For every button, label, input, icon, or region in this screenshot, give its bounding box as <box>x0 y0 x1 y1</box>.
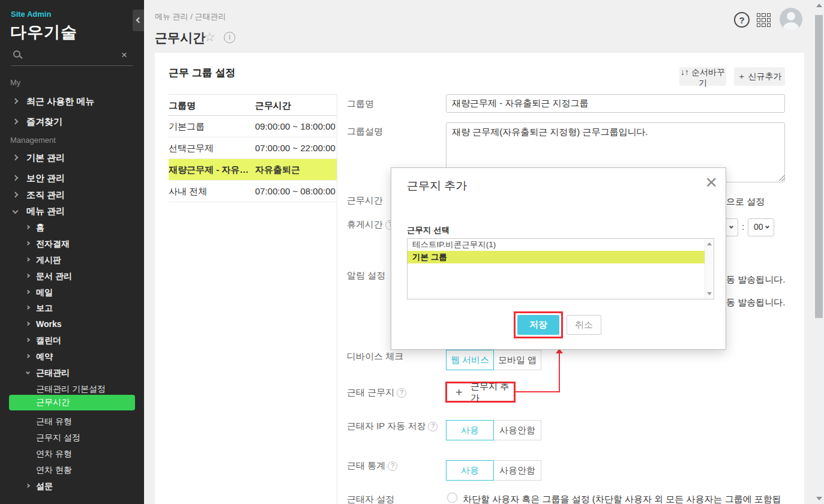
listbox-scrollbar[interactable] <box>705 239 713 298</box>
add-workplace-button[interactable]: ＋ 근무지 추가 <box>445 382 516 403</box>
sidebar-item-attendance-mgmt[interactable]: 근태관리 <box>0 366 144 382</box>
info-icon[interactable]: i <box>224 32 235 43</box>
sidebar-item-home[interactable]: 홈 <box>0 221 144 236</box>
ip-autosave-label: 근태자 IP 자동 저장? <box>347 421 438 432</box>
scrollbar-thumb[interactable] <box>815 15 823 318</box>
stats-on-button[interactable]: 사용 <box>446 460 494 481</box>
help-icon[interactable]: ? <box>734 12 750 28</box>
chevron-down-icon <box>13 208 19 214</box>
divider <box>337 94 337 504</box>
sidebar-item-org-mgmt[interactable]: 조직 관리 <box>0 188 144 204</box>
sidebar-item-security-mgmt[interactable]: 보안 관리 <box>0 172 144 187</box>
sidebar-item-basic-mgmt[interactable]: 기본 관리 <box>0 151 144 167</box>
sidebar-item-survey[interactable]: 설문 <box>0 479 144 495</box>
stats-off-button[interactable]: 사용안함 <box>493 460 541 481</box>
sidebar-item-recent-menu[interactable]: 최근 사용한 메뉴 <box>0 95 144 110</box>
avatar[interactable] <box>780 8 802 31</box>
sidebar-item-docs[interactable]: 문서 관리 <box>0 269 144 285</box>
workplace-option-selected[interactable]: 기본 그룹 <box>407 251 705 263</box>
add-new-button[interactable]: ＋ 신규추가 <box>734 67 785 86</box>
sidebar-item-works[interactable]: Works <box>0 317 144 333</box>
sidebar-item-board[interactable]: 게시판 <box>0 253 144 269</box>
sidebar-search: × <box>11 47 133 66</box>
chevron-right-icon <box>26 225 30 229</box>
chevron-right-icon <box>13 175 19 181</box>
chevron-right-icon <box>13 192 19 198</box>
chevron-right-icon <box>26 241 30 245</box>
chevron-right-icon <box>26 290 30 294</box>
sidebar-section-my: My <box>10 78 20 87</box>
sidebar-item-report[interactable]: 보고 <box>0 301 144 317</box>
workplace-option[interactable]: 테스트IP.비콘근무지(1) <box>407 239 705 251</box>
chevron-down-icon <box>26 370 30 374</box>
sidebar-collapse-button[interactable] <box>133 10 144 31</box>
reorder-button[interactable]: ↓↑ 순서바꾸기 <box>679 67 726 86</box>
work-group-table: 그룹명 근무시간 기본그룹 09:00:00 ~ 18:00:00 선택근무제 … <box>169 94 337 202</box>
attendee-radio[interactable] <box>447 493 457 503</box>
chevron-right-icon <box>26 338 30 342</box>
search-clear-icon[interactable]: × <box>121 49 127 61</box>
sidebar-section-management: Management <box>10 136 56 145</box>
panel-title: 근무 그룹 설정 <box>169 66 235 80</box>
col-header-group-name: 그룹명 <box>169 95 255 115</box>
question-icon[interactable]: ? <box>428 422 438 431</box>
annotation-arrow-line <box>559 353 560 392</box>
save-button[interactable]: 저장 <box>517 315 559 335</box>
attendee-option-text: 차단할 사용자 혹은 그룹을 설정 (차단할 사용자 외 모든 사용자는 그룹에… <box>463 494 787 504</box>
plus-icon: ＋ <box>453 384 465 400</box>
question-icon[interactable]: ? <box>397 388 406 398</box>
chevron-right-icon <box>26 274 30 278</box>
page-scrollbar[interactable] <box>814 0 824 504</box>
close-icon[interactable]: × <box>705 172 717 192</box>
device-web-button[interactable]: 웹 서비스 <box>446 350 494 370</box>
time-colon: : <box>742 221 744 232</box>
cancel-button[interactable]: 취소 <box>567 315 601 335</box>
table-row[interactable]: 선택근무제 07:00:00 ~ 22:00:00 <box>169 137 337 159</box>
group-name-input[interactable] <box>446 94 785 113</box>
sidebar-item-approval[interactable]: 전자결재 <box>0 237 144 253</box>
table-row-selected[interactable]: 재량근무제 - 자유… 자유출퇴근 <box>169 159 337 181</box>
table-row[interactable]: 기본그룹 09:00:00 ~ 18:00:00 <box>169 116 337 137</box>
sidebar-item-leave-status[interactable]: 연차 현황 <box>0 463 144 479</box>
sidebar-item-favorites[interactable]: 즐겨찾기 <box>0 115 144 131</box>
device-mobile-button[interactable]: 모바일 앱 <box>493 350 541 370</box>
ip-off-button[interactable]: 사용안함 <box>493 420 541 440</box>
sidebar-item-menu-mgmt[interactable]: 메뉴 관리 <box>0 205 144 220</box>
search-icon <box>13 50 20 58</box>
chevron-right-icon <box>26 322 30 326</box>
group-desc-label: 그룹설명 <box>347 126 383 137</box>
work-time-label: 근무시간 <box>347 195 383 206</box>
ip-on-button[interactable]: 사용 <box>446 420 494 440</box>
scroll-up-icon[interactable] <box>707 242 712 245</box>
question-icon[interactable]: ? <box>388 461 397 471</box>
chevron-right-icon <box>26 305 30 310</box>
favorite-star-icon[interactable]: ☆ <box>204 30 215 44</box>
scroll-up-icon[interactable] <box>816 4 822 7</box>
scroll-down-icon[interactable] <box>816 497 822 500</box>
sidebar-item-calendar[interactable]: 캘린더 <box>0 334 144 349</box>
sidebar-search-input[interactable] <box>28 48 112 58</box>
company-name: 다우기술 <box>10 22 77 43</box>
sidebar-item-attendance-type[interactable]: 근태 유형 <box>0 415 144 430</box>
sidebar-item-mail[interactable]: 메일 <box>0 286 144 301</box>
attendee-setting-label: 근태자 설정 <box>347 494 394 504</box>
sidebar-item-reservation[interactable]: 예약 <box>0 350 144 365</box>
scroll-down-icon[interactable] <box>707 292 712 295</box>
screen: Site Admin 다우기술 × My 최근 사용한 메뉴 즐겨찾기 Mana… <box>0 0 824 504</box>
breadcrumb[interactable]: 메뉴 관리 / 근태관리 <box>155 11 226 22</box>
sidebar: Site Admin 다우기술 × My 최근 사용한 메뉴 즐겨찾기 Mana… <box>0 0 144 504</box>
resize-handle[interactable] <box>779 175 785 181</box>
sidebar-item-work-hours-active[interactable]: 근무시간 <box>9 395 135 410</box>
sidebar-item-leave-type[interactable]: 연차 유형 <box>0 447 144 463</box>
chevron-right-icon <box>13 98 19 104</box>
minute-select[interactable]: 00 <box>748 218 774 236</box>
sidebar-item-workplace-settings[interactable]: 근무지 설정 <box>0 431 144 446</box>
add-workplace-modal: 근무지 추가 × 근무지 선택 테스트IP.비콘근무지(1) 기본 그룹 저장 … <box>391 167 726 350</box>
table-row[interactable]: 사내 전체 07:00:00 ~ 08:00:00 <box>169 181 337 202</box>
app-launcher-icon[interactable] <box>757 13 771 27</box>
table-header-row: 그룹명 근무시간 <box>169 94 337 116</box>
partial-setting-text: 으로 설정 <box>726 196 765 208</box>
device-check-label: 디바이스 체크 <box>347 351 403 362</box>
notice-text-2: 동 발송됩니다. <box>726 297 785 308</box>
alarm-label: 알림 설정 <box>347 270 385 281</box>
